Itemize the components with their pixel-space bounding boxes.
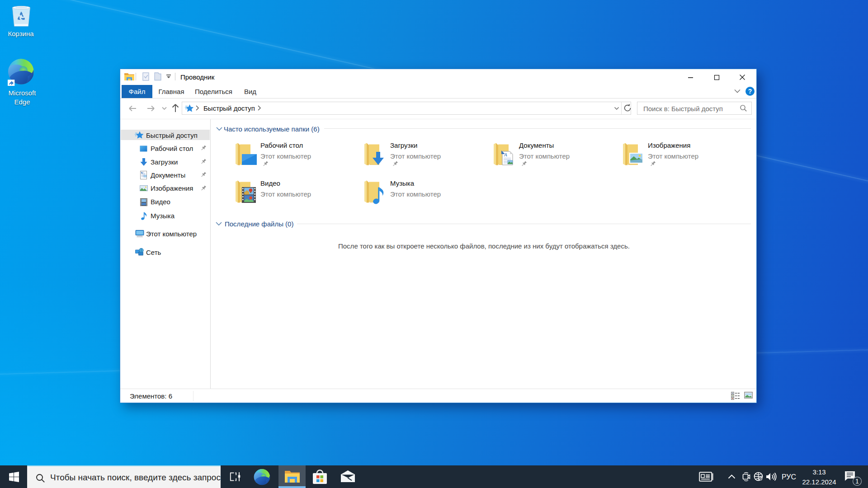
svg-text:A: A — [504, 152, 507, 157]
svg-text:1: 1 — [855, 478, 859, 485]
